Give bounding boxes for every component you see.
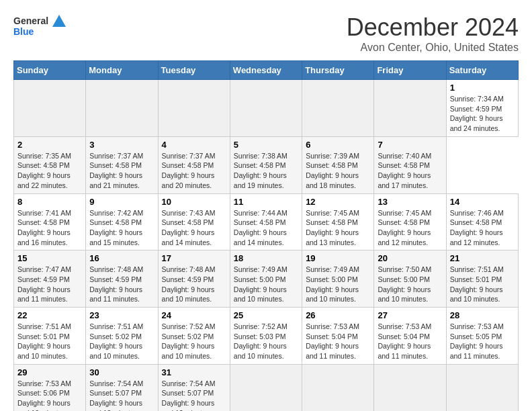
day-cell-27: 27Sunrise: 7:53 AMSunset: 5:04 PMDayligh… [374,308,446,365]
week-row-1: 1Sunrise: 7:34 AMSunset: 4:59 PMDaylight… [14,80,519,137]
day-info: Sunrise: 7:49 AMSunset: 5:00 PMDaylight:… [306,265,359,303]
day-number: 11 [234,197,298,207]
day-cell-31: 31Sunrise: 7:54 AMSunset: 5:07 PMDayligh… [158,364,230,411]
day-info: Sunrise: 7:37 AMSunset: 4:58 PMDaylight:… [89,152,143,189]
day-cell-12: 12Sunrise: 7:45 AMSunset: 4:58 PMDayligh… [302,193,374,250]
day-number: 28 [450,310,515,320]
day-number: 12 [306,197,370,207]
day-cell-20: 20Sunrise: 7:50 AMSunset: 5:00 PMDayligh… [374,250,446,308]
empty-cell [86,80,158,137]
day-number: 3 [89,140,154,150]
header: General Blue December 2024 Avon Center, … [13,13,519,54]
day-info: Sunrise: 7:51 AMSunset: 5:02 PMDaylight:… [89,322,143,360]
day-info: Sunrise: 7:44 AMSunset: 4:58 PMDaylight:… [234,209,287,246]
svg-marker-2 [52,15,66,27]
day-info: Sunrise: 7:51 AMSunset: 5:01 PMDaylight:… [17,322,71,360]
day-cell-8: 8Sunrise: 7:41 AMSunset: 4:58 PMDaylight… [14,193,86,250]
week-row-4: 15Sunrise: 7:47 AMSunset: 4:59 PMDayligh… [14,250,519,308]
day-number: 27 [378,310,442,320]
day-number: 1 [450,83,515,93]
day-cell-14: 14Sunrise: 7:46 AMSunset: 4:58 PMDayligh… [446,193,518,250]
day-number: 25 [234,310,298,320]
day-header-saturday: Saturday [446,61,518,80]
header-row: SundayMondayTuesdayWednesdayThursdayFrid… [14,61,519,80]
day-cell-18: 18Sunrise: 7:49 AMSunset: 5:00 PMDayligh… [230,250,302,308]
day-number: 19 [306,253,370,263]
day-number: 18 [234,253,298,263]
month-title: December 2024 [347,13,519,42]
empty-cell [374,364,446,411]
day-cell-5: 5Sunrise: 7:38 AMSunset: 4:58 PMDaylight… [230,136,302,193]
day-info: Sunrise: 7:48 AMSunset: 4:59 PMDaylight:… [162,265,216,303]
day-number: 2 [17,140,82,150]
day-number: 17 [162,253,226,263]
day-info: Sunrise: 7:35 AMSunset: 4:58 PMDaylight:… [17,152,71,189]
day-cell-9: 9Sunrise: 7:42 AMSunset: 4:58 PMDaylight… [86,193,158,250]
logo: General Blue [13,13,67,43]
location-title: Avon Center, Ohio, United States [347,42,519,54]
day-cell-24: 24Sunrise: 7:52 AMSunset: 5:02 PMDayligh… [158,308,230,365]
day-cell-26: 26Sunrise: 7:53 AMSunset: 5:04 PMDayligh… [302,308,374,365]
empty-cell [302,80,374,137]
day-number: 31 [162,367,226,377]
day-cell-13: 13Sunrise: 7:45 AMSunset: 4:58 PMDayligh… [374,193,446,250]
day-number: 24 [162,310,226,320]
day-header-sunday: Sunday [14,61,86,80]
day-info: Sunrise: 7:53 AMSunset: 5:04 PMDaylight:… [378,322,431,360]
svg-text:Blue: Blue [13,26,34,37]
day-number: 10 [162,197,226,207]
day-cell-15: 15Sunrise: 7:47 AMSunset: 4:59 PMDayligh… [14,250,86,308]
day-header-thursday: Thursday [302,61,374,80]
day-cell-17: 17Sunrise: 7:48 AMSunset: 4:59 PMDayligh… [158,250,230,308]
week-row-3: 8Sunrise: 7:41 AMSunset: 4:58 PMDaylight… [14,193,519,250]
day-info: Sunrise: 7:53 AMSunset: 5:05 PMDaylight:… [450,322,504,360]
day-header-wednesday: Wednesday [230,61,302,80]
day-cell-6: 6Sunrise: 7:39 AMSunset: 4:58 PMDaylight… [302,136,374,193]
day-number: 21 [450,253,515,263]
day-info: Sunrise: 7:41 AMSunset: 4:58 PMDaylight:… [17,209,71,246]
empty-cell [302,364,374,411]
day-cell-22: 22Sunrise: 7:51 AMSunset: 5:01 PMDayligh… [14,308,86,365]
logo-svg: General Blue [13,13,67,43]
day-info: Sunrise: 7:40 AMSunset: 4:58 PMDaylight:… [378,152,431,189]
title-section: December 2024 Avon Center, Ohio, United … [347,13,519,54]
day-info: Sunrise: 7:54 AMSunset: 5:07 PMDaylight:… [89,379,143,411]
day-cell-25: 25Sunrise: 7:52 AMSunset: 5:03 PMDayligh… [230,308,302,365]
day-cell-1: 1Sunrise: 7:34 AMSunset: 4:59 PMDaylight… [446,80,518,137]
day-cell-21: 21Sunrise: 7:51 AMSunset: 5:01 PMDayligh… [446,250,518,308]
day-number: 14 [450,197,515,207]
empty-cell [14,80,86,137]
day-cell-11: 11Sunrise: 7:44 AMSunset: 4:58 PMDayligh… [230,193,302,250]
day-info: Sunrise: 7:46 AMSunset: 4:58 PMDaylight:… [450,209,504,246]
day-number: 20 [378,253,442,263]
day-info: Sunrise: 7:52 AMSunset: 5:03 PMDaylight:… [234,322,287,360]
day-number: 5 [234,140,298,150]
week-row-2: 2Sunrise: 7:35 AMSunset: 4:58 PMDaylight… [14,136,519,193]
day-cell-29: 29Sunrise: 7:53 AMSunset: 5:06 PMDayligh… [14,364,86,411]
day-info: Sunrise: 7:38 AMSunset: 4:58 PMDaylight:… [234,152,287,189]
day-header-friday: Friday [374,61,446,80]
week-row-6: 29Sunrise: 7:53 AMSunset: 5:06 PMDayligh… [14,364,519,411]
day-number: 29 [17,367,82,377]
day-info: Sunrise: 7:39 AMSunset: 4:58 PMDaylight:… [306,152,359,189]
day-cell-4: 4Sunrise: 7:37 AMSunset: 4:58 PMDaylight… [158,136,230,193]
day-info: Sunrise: 7:50 AMSunset: 5:00 PMDaylight:… [378,265,431,303]
day-info: Sunrise: 7:42 AMSunset: 4:58 PMDaylight:… [89,209,143,246]
empty-cell [230,364,302,411]
day-info: Sunrise: 7:51 AMSunset: 5:01 PMDaylight:… [450,265,504,303]
day-number: 4 [162,140,226,150]
day-header-monday: Monday [86,61,158,80]
day-cell-7: 7Sunrise: 7:40 AMSunset: 4:58 PMDaylight… [374,136,446,193]
day-info: Sunrise: 7:43 AMSunset: 4:58 PMDaylight:… [162,209,216,246]
day-info: Sunrise: 7:45 AMSunset: 4:58 PMDaylight:… [306,209,359,246]
day-cell-3: 3Sunrise: 7:37 AMSunset: 4:58 PMDaylight… [86,136,158,193]
week-row-5: 22Sunrise: 7:51 AMSunset: 5:01 PMDayligh… [14,308,519,365]
day-cell-19: 19Sunrise: 7:49 AMSunset: 5:00 PMDayligh… [302,250,374,308]
day-info: Sunrise: 7:49 AMSunset: 5:00 PMDaylight:… [234,265,287,303]
day-cell-16: 16Sunrise: 7:48 AMSunset: 4:59 PMDayligh… [86,250,158,308]
day-info: Sunrise: 7:54 AMSunset: 5:07 PMDaylight:… [162,379,216,411]
svg-text:General: General [13,15,48,26]
day-number: 8 [17,197,82,207]
calendar-table: SundayMondayTuesdayWednesdayThursdayFrid… [13,60,519,411]
day-cell-23: 23Sunrise: 7:51 AMSunset: 5:02 PMDayligh… [86,308,158,365]
